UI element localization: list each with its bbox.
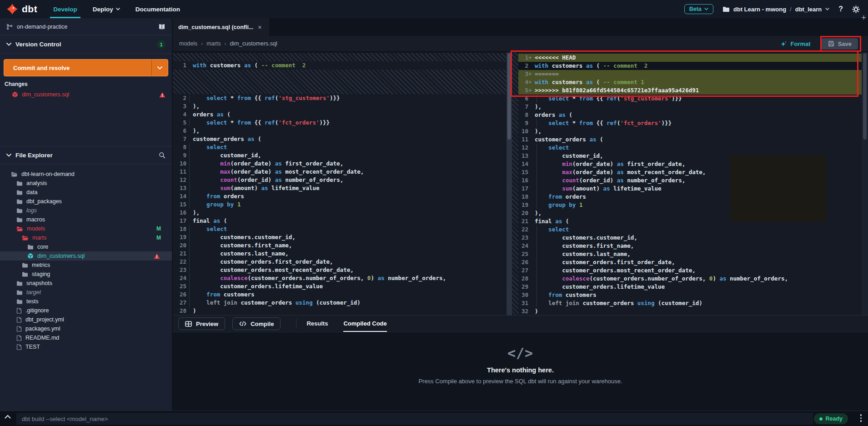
brand-name: dbt: [22, 4, 37, 15]
commit-options-caret[interactable]: [151, 60, 168, 76]
file-icon: [16, 335, 22, 341]
breadcrumb-item: dim_customers.sql: [230, 40, 277, 47]
diff-added-marker: [528, 201, 534, 209]
tab-bar: dim_customers.sql (confli... ×: [173, 18, 868, 36]
tree-item-tests[interactable]: tests: [0, 297, 172, 306]
gear-icon[interactable]: [852, 5, 860, 13]
code-text: sum(amount) as lifetime_value: [186, 184, 319, 192]
code-line: 10),: [518, 127, 862, 135]
code-text: from orders: [186, 192, 244, 200]
chevron-up-icon[interactable]: [5, 415, 11, 419]
format-label: Format: [791, 40, 811, 47]
code-text: customer_orders.lifetime_value: [186, 282, 323, 291]
tree-item-TEST[interactable]: TEST: [0, 342, 172, 351]
line-number: 6: [518, 95, 528, 103]
tree-item-core[interactable]: core: [0, 242, 172, 251]
tree-item-README.md[interactable]: README.md: [0, 333, 172, 342]
tree-item-packages.yml[interactable]: packages.yml: [0, 324, 172, 333]
tree-item-.gitignore[interactable]: .gitignore: [0, 306, 172, 315]
branch-row[interactable]: on-demand-practice: [0, 18, 172, 35]
conflict-warning-icon: [154, 253, 160, 259]
diff-added-marker: [528, 168, 534, 176]
file-explorer-header[interactable]: File Explorer: [0, 146, 172, 164]
code-text: with customers as ( -- comment 2: [186, 61, 306, 70]
code-text: with customers as ( -- comment 2: [534, 62, 647, 70]
code-text: select: [534, 144, 569, 152]
search-icon[interactable]: [159, 152, 166, 159]
line-number: 4: [518, 78, 528, 86]
tree-item-label: core: [37, 244, 48, 250]
folder-icon: [16, 190, 23, 195]
dbt-logo[interactable]: dbt: [0, 0, 45, 18]
code-line: 2 select * from {{ ref('stg_customers')}…: [173, 94, 507, 102]
nav-item-documentation[interactable]: Documentation: [128, 0, 188, 18]
nav-item-develop[interactable]: Develop: [45, 0, 85, 18]
tree-item-logs[interactable]: logs: [0, 206, 172, 215]
tree-item-dbt_packages[interactable]: dbt_packages: [0, 197, 172, 206]
code-text: select: [186, 225, 227, 233]
scrollbar-thumb[interactable]: [507, 53, 511, 140]
version-control-header[interactable]: Version Control 1: [0, 35, 172, 54]
top-nav: dbt DevelopDeployDocumentation Beta dbt …: [0, 0, 868, 18]
diff-added-marker: [528, 209, 534, 217]
account-switcher[interactable]: dbt Learn - mwong / dbt_learn: [722, 6, 829, 13]
format-button[interactable]: Format: [780, 40, 811, 47]
save-button[interactable]: Save: [822, 38, 858, 50]
command-input[interactable]: [16, 413, 813, 425]
folder-icon: [16, 208, 23, 214]
account-name: dbt Learn - mwong: [733, 6, 786, 13]
nav-item-deploy[interactable]: Deploy: [85, 0, 128, 18]
line-number: 20: [173, 241, 186, 250]
code-text: min(order_date) as first_order_date,: [534, 160, 685, 168]
folder-icon: [16, 180, 23, 186]
tree-item-analysis[interactable]: analysis: [0, 179, 172, 188]
tree-item-label: dbt_packages: [26, 198, 62, 205]
code-line: 30 from customers: [518, 291, 862, 299]
new-tab-plus-icon[interactable]: +: [861, 13, 866, 23]
nav-item-label: Deploy: [93, 6, 113, 13]
tree-item-marts[interactable]: martsM: [0, 233, 172, 242]
diff-added-marker: [528, 283, 534, 291]
tree-item-target[interactable]: target: [0, 288, 172, 297]
diff-added-marker: [528, 135, 534, 144]
right-pane-scrollbar[interactable]: [862, 52, 868, 315]
empty-state-title: There's nothing here.: [487, 366, 554, 374]
table-grid-icon: [185, 321, 192, 327]
changed-file-row[interactable]: dim_customers.sql: [0, 89, 172, 100]
preview-button[interactable]: Preview: [178, 317, 225, 330]
tree-item-staging[interactable]: staging: [0, 270, 172, 279]
diff-added-marker: [528, 62, 534, 70]
tree-item-dbt-learn-on-demand[interactable]: dbt-learn-on-demand: [0, 170, 172, 179]
results-tab-results[interactable]: Results: [306, 316, 328, 332]
tree-item-label: metrics: [32, 262, 50, 268]
scrollbar-thumb[interactable]: [863, 53, 867, 140]
compile-button[interactable]: Compile: [232, 317, 281, 330]
tree-item-data[interactable]: data: [0, 188, 172, 197]
folder-icon: [16, 199, 23, 205]
tree-item-metrics[interactable]: metrics: [0, 261, 172, 270]
tree-item-models[interactable]: modelsM: [0, 224, 172, 233]
kebab-menu-icon[interactable]: [860, 414, 862, 422]
tree-item-snapshots[interactable]: snapshots: [0, 279, 172, 288]
code-text: group by 1: [186, 200, 241, 209]
code-text: orders as (: [534, 111, 572, 119]
tree-item-macros[interactable]: macros: [0, 215, 172, 224]
tab-dim-customers[interactable]: dim_customers.sql (confli... ×: [173, 18, 269, 36]
tree-item-dim_customers.sql[interactable]: dim_customers.sql: [0, 251, 172, 261]
editor-pane-left[interactable]: 1with customers as ( -- comment 22 selec…: [173, 52, 507, 315]
tree-item-label: snapshots: [26, 280, 52, 286]
help-icon[interactable]: ?: [838, 5, 843, 13]
results-tab-compiled-code[interactable]: Compiled Code: [343, 316, 386, 332]
code-line: 15 group by 1: [173, 200, 507, 209]
beta-dropdown[interactable]: Beta: [684, 4, 713, 14]
docs-book-icon[interactable]: [158, 24, 166, 30]
nav-items: DevelopDeployDocumentation: [45, 0, 188, 18]
ready-status-badge[interactable]: Ready: [814, 413, 848, 424]
code-line: 24 coalesce(customer_orders.number_of_or…: [173, 274, 507, 282]
line-number: 8: [518, 111, 528, 119]
line-number: 14: [518, 160, 528, 168]
left-pane-scrollbar[interactable]: [507, 52, 512, 315]
commit-and-resolve-button[interactable]: Commit and resolve: [4, 59, 168, 76]
close-icon[interactable]: ×: [258, 24, 261, 30]
tree-item-dbt_project.yml[interactable]: dbt_project.yml: [0, 315, 172, 324]
